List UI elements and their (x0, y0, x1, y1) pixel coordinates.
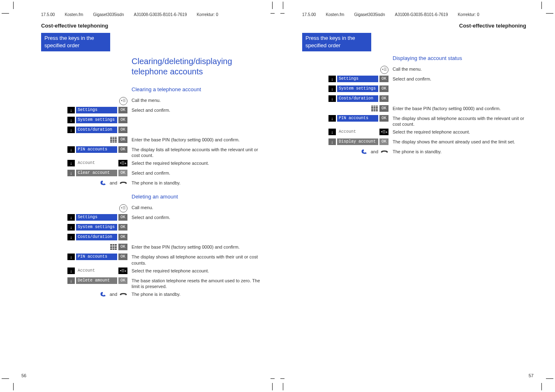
hdr-product: Gigaset3035isdn (93, 12, 124, 17)
ok-button[interactable]: OK (118, 244, 127, 250)
ok-button[interactable]: OK (118, 146, 127, 153)
ok-button[interactable]: OK (379, 76, 388, 82)
down-arrow-icon[interactable]: ↓ (67, 146, 75, 153)
ok-button[interactable]: OK (379, 105, 388, 112)
txt-standby-1: The phone is in standby. (127, 179, 265, 186)
phone-off-icon[interactable] (119, 180, 127, 186)
phone-off-icon[interactable] (119, 291, 127, 297)
down-arrow-icon[interactable]: ↓ (67, 267, 75, 274)
phone-on-icon[interactable] (99, 291, 108, 297)
list-icon[interactable] (118, 267, 127, 274)
section-title-right: Cost-effective telephoning (302, 23, 526, 29)
label-pin-accounts[interactable]: PIN accounts (337, 115, 378, 122)
down-arrow-icon[interactable]: ↓ (67, 214, 75, 221)
keypad-icon[interactable] (110, 136, 117, 143)
label-account: Account (76, 267, 117, 274)
menu-icon[interactable] (380, 66, 388, 74)
row-menu-r: Call the menu. (302, 65, 526, 74)
ok-button[interactable]: OK (118, 277, 127, 284)
ok-button[interactable]: OK (379, 95, 388, 102)
hdr-date: 17.5.00 (302, 12, 316, 17)
keypad-icon[interactable] (110, 244, 117, 250)
label-delete-amount[interactable]: Delete amount (76, 277, 117, 284)
row-account-1: ↓ Account Select the required telephone … (41, 159, 265, 168)
label-pin-accounts[interactable]: PIN accounts (76, 254, 117, 260)
down-arrow-icon[interactable]: ↓ (67, 160, 75, 166)
row-settings-r: ↓ Settings OK Select and confirm. (302, 75, 526, 84)
row-system-2: ↓ System settings OK (41, 224, 265, 233)
ok-button[interactable]: OK (118, 254, 127, 260)
keypad-icon[interactable] (371, 105, 378, 112)
down-arrow-icon[interactable]: ↓ (328, 76, 336, 82)
menu-icon[interactable] (119, 204, 127, 212)
row-pin-r: ↓ PIN accounts OK The display shows all … (302, 115, 526, 128)
row-system-r: ↓ System settings OK (302, 85, 526, 94)
row-account-r: ↓ Account Select the required telephone … (302, 128, 526, 137)
row-delete-amount: ↓ Delete amount OK The base station tele… (41, 277, 265, 290)
sub-row-right: Displaying the account status (302, 54, 526, 65)
ok-button[interactable]: OK (118, 136, 127, 143)
txt-standby-2: The phone is in standby. (127, 291, 265, 297)
row-keypad-2: OK Enter the base PIN (factory setting 0… (41, 243, 265, 252)
main-heading: Clearing/deleting/displaying telephone a… (132, 56, 265, 77)
hdr-product: Gigaset3035isdn (354, 12, 385, 17)
label-settings[interactable]: Settings (76, 214, 117, 221)
label-costs-duration[interactable]: Costs/duration (337, 95, 378, 102)
ok-button[interactable]: OK (118, 234, 127, 240)
menu-icon[interactable] (119, 97, 127, 105)
ok-button[interactable]: OK (118, 214, 127, 221)
down-arrow-icon[interactable]: ↓ (328, 95, 336, 102)
down-arrow-icon[interactable]: ↓ (67, 234, 75, 240)
ok-button[interactable]: OK (379, 115, 388, 122)
phone-off-icon[interactable] (380, 148, 388, 155)
and-text: and (370, 149, 379, 154)
down-arrow-icon[interactable]: ↓ (328, 85, 336, 92)
list-icon[interactable] (118, 160, 127, 166)
label-pin-accounts[interactable]: PIN accounts (76, 146, 117, 153)
label-system-settings[interactable]: System settings (337, 85, 378, 92)
ok-button[interactable]: OK (118, 127, 127, 133)
txt-display-shows-r: The display shows all telephone accounts… (388, 115, 526, 128)
down-arrow-icon[interactable]: ↓ (67, 224, 75, 231)
row-settings-2: ↓ Settings OK Select and confirm. (41, 214, 265, 223)
down-arrow-icon[interactable]: ↓ (67, 107, 75, 113)
down-arrow-icon[interactable]: ↓ (67, 277, 75, 284)
row-costs-1: ↓ Costs/duration OK (41, 126, 265, 135)
list-icon[interactable] (379, 129, 388, 135)
label-display-account[interactable]: Display account (337, 138, 378, 145)
ok-button[interactable]: OK (118, 170, 127, 176)
row-display-account: ↓ Display account OK The display shows t… (302, 138, 526, 147)
down-arrow-icon[interactable]: ↓ (328, 129, 336, 135)
label-costs-duration[interactable]: Costs/duration (76, 127, 117, 133)
row-standby-r: and The phone is in standby. (302, 148, 526, 157)
label-costs-duration[interactable]: Costs/duration (76, 234, 117, 240)
txt-select-required-1: Select the required telephone account. (127, 159, 265, 166)
label-system-settings[interactable]: System settings (76, 117, 117, 123)
ok-button[interactable]: OK (118, 224, 127, 231)
down-arrow-icon[interactable]: ↓ (67, 127, 75, 133)
down-arrow-icon[interactable]: ↓ (328, 115, 336, 122)
label-settings[interactable]: Settings (76, 107, 117, 113)
left-page: 17.5.00 Kosten.fm Gigaset3035isdn A31008… (0, 0, 278, 392)
row-keypad-r: OK Enter the base PIN (factory setting 0… (302, 105, 526, 114)
down-arrow-icon[interactable]: ↓ (328, 138, 336, 145)
row-costs-r: ↓ Costs/duration OK (302, 95, 526, 104)
and-text: and (109, 180, 118, 185)
down-arrow-icon[interactable]: ↓ (67, 117, 75, 123)
label-clear-account[interactable]: Clear account (76, 170, 117, 176)
ok-button[interactable]: OK (379, 85, 388, 92)
label-system-settings[interactable]: System settings (76, 224, 117, 231)
ok-button[interactable]: OK (379, 138, 388, 145)
ok-button[interactable]: OK (118, 107, 127, 113)
phone-on-icon[interactable] (361, 148, 369, 155)
down-arrow-icon[interactable]: ↓ (67, 170, 75, 176)
ok-button[interactable]: OK (118, 117, 127, 123)
label-settings[interactable]: Settings (337, 76, 378, 82)
row-menu-1: Call the menu. (41, 97, 265, 106)
row-standby-1: and The phone is in standby. (41, 179, 265, 188)
txt-select-confirm-2: Select and confirm. (127, 169, 265, 176)
down-arrow-icon[interactable]: ↓ (67, 254, 75, 260)
txt-enter-pin-r: Enter the base PIN (factory setting 0000… (388, 105, 526, 112)
hdr-docnum: A31008-G3035-B101-6-7619 (134, 12, 187, 17)
phone-on-icon[interactable] (99, 180, 108, 186)
